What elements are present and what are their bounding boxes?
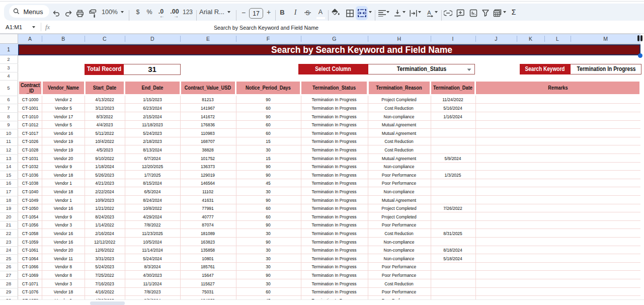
- svg-text:A: A: [427, 10, 431, 16]
